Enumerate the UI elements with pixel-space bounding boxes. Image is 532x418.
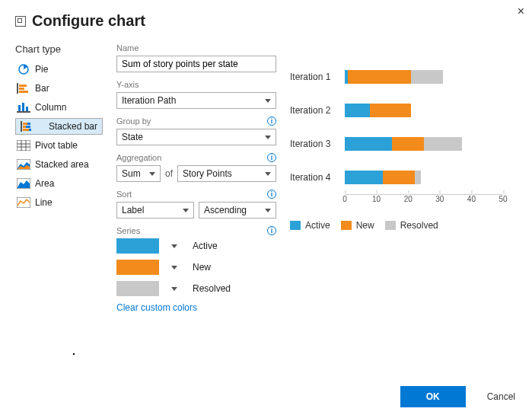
line-icon	[17, 197, 30, 208]
axis-tick: 10	[372, 192, 381, 203]
close-icon[interactable]: ×	[518, 5, 524, 18]
chart-type-bar[interactable]: Bar	[15, 80, 103, 97]
chevron-down-icon	[265, 136, 271, 139]
chart-type-line[interactable]: Line	[15, 194, 103, 211]
chart-type-area[interactable]: Area	[15, 175, 103, 192]
name-label: Name	[116, 43, 276, 53]
chart-type-pie[interactable]: Pie	[15, 61, 103, 78]
bar-category-label: Iteration 4	[290, 172, 345, 183]
chart-type-label: Pivot table	[35, 140, 78, 151]
series-swatch[interactable]	[116, 260, 159, 275]
svg-rect-7	[22, 103, 24, 111]
chart-type-label: Line	[35, 197, 53, 208]
chevron-down-icon	[265, 172, 271, 176]
dialog-title: Configure chart	[32, 12, 145, 30]
bar-row: Iteration 3	[290, 127, 503, 161]
bar-segment-resolved	[424, 137, 462, 151]
legend-item-active: Active	[290, 220, 330, 231]
legend-label: Active	[305, 220, 330, 231]
chart-config-icon	[15, 16, 26, 27]
svg-rect-3	[19, 88, 24, 90]
chart-type-label: Stacked area	[35, 159, 89, 170]
clear-custom-colors-link[interactable]: Clear custom colors	[116, 302, 276, 313]
group-by-label: Group by	[116, 116, 151, 126]
bar-segment-resolved	[411, 70, 443, 84]
series-swatch[interactable]	[116, 238, 159, 254]
legend-label: New	[356, 220, 374, 231]
series-swatch[interactable]	[116, 281, 159, 296]
series-name: Active	[193, 241, 218, 251]
info-icon[interactable]: i	[267, 153, 276, 162]
chart-type-stacked-bar[interactable]: Stacked bar	[15, 118, 103, 135]
yaxis-select[interactable]: Iteration Path	[116, 92, 276, 109]
chart-legend: ActiveNewResolved	[290, 220, 503, 231]
sort-by-select[interactable]: Label	[116, 202, 194, 219]
name-input[interactable]	[116, 56, 276, 72]
stacked-bar-icon	[21, 121, 34, 132]
bar-category-label: Iteration 2	[290, 105, 345, 116]
bar-segment-new	[370, 104, 411, 117]
svg-rect-4	[19, 91, 28, 93]
chart-type-label: Area	[35, 178, 54, 189]
svg-rect-5	[17, 111, 30, 113]
svg-rect-2	[19, 85, 27, 87]
column-icon	[17, 102, 30, 113]
axis-tick: 0	[342, 192, 347, 203]
svg-rect-12	[23, 126, 26, 128]
chart-type-label: Pie	[35, 64, 48, 75]
svg-rect-15	[29, 129, 31, 131]
chart-type-stacked-area[interactable]: Stacked area	[15, 156, 103, 173]
bar-segment-active	[345, 104, 370, 117]
info-icon[interactable]: i	[267, 226, 276, 235]
svg-rect-11	[27, 123, 30, 125]
svg-rect-10	[23, 123, 27, 125]
axis-tick: 40	[467, 192, 476, 203]
area-icon	[17, 178, 30, 189]
chart-type-pivot-table[interactable]: Pivot table	[15, 137, 103, 154]
aggregation-field-select[interactable]: Story Points	[177, 165, 276, 182]
legend-label: Resolved	[400, 220, 438, 231]
sort-direction-select[interactable]: Ascending	[199, 202, 276, 219]
bar-category-label: Iteration 1	[290, 72, 345, 82]
ok-button[interactable]: OK	[400, 386, 466, 407]
svg-rect-8	[26, 107, 28, 111]
svg-rect-1	[17, 83, 18, 94]
series-name: Resolved	[193, 283, 231, 294]
bar-row: Iteration 4	[290, 161, 503, 194]
svg-rect-13	[26, 126, 30, 128]
chart-type-label: Stacked bar	[49, 121, 97, 132]
bar-segment-resolved	[415, 171, 421, 184]
cancel-button[interactable]: Cancel	[487, 391, 515, 402]
aggregation-field-value: Story Points	[183, 168, 232, 179]
legend-swatch	[385, 221, 396, 230]
legend-item-resolved: Resolved	[385, 220, 438, 231]
chart-type-label: Bar	[35, 83, 49, 94]
series-row-new: New	[116, 260, 276, 275]
chevron-down-icon[interactable]	[171, 287, 177, 291]
series-label: Series	[116, 226, 140, 235]
aggregation-label: Aggregation	[116, 153, 161, 162]
chevron-down-icon[interactable]	[171, 244, 177, 248]
legend-item-new: New	[341, 220, 374, 231]
bar-segment-new	[383, 171, 415, 184]
pivot-table-icon	[17, 140, 30, 151]
chart-preview: Iteration 1Iteration 2Iteration 3Iterati…	[290, 60, 503, 231]
chevron-down-icon[interactable]	[171, 266, 177, 270]
series-row-resolved: Resolved	[116, 281, 276, 296]
bar-segment-active	[345, 137, 392, 151]
info-icon[interactable]: i	[267, 116, 276, 126]
aggregation-select[interactable]: Sum	[116, 165, 161, 182]
bar-segment-new	[392, 137, 424, 151]
decorative-dot	[73, 353, 75, 355]
bar-segment-active	[345, 171, 383, 184]
yaxis-label: Y-axis	[116, 80, 276, 89]
chevron-down-icon	[265, 209, 271, 212]
group-by-select[interactable]: State	[116, 129, 276, 145]
svg-rect-16	[17, 140, 30, 151]
aggregation-value: Sum	[122, 168, 141, 179]
info-icon[interactable]: i	[267, 190, 276, 199]
sort-direction-value: Ascending	[204, 205, 247, 215]
chart-type-heading: Chart type	[15, 43, 103, 55]
chevron-down-icon	[183, 209, 189, 212]
chart-type-column[interactable]: Column	[15, 99, 103, 116]
